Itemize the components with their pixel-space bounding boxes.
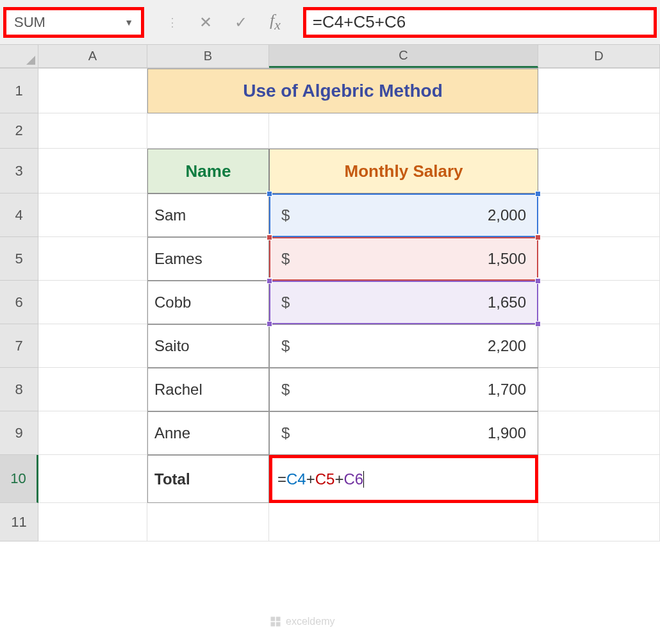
cell-c5[interactable]: $ 1,500 xyxy=(269,237,538,281)
fx-icon[interactable]: fx xyxy=(270,11,281,33)
selection-handle-icon[interactable] xyxy=(535,191,541,197)
cell-b9[interactable]: Anne xyxy=(147,411,269,455)
selection-handle-icon[interactable] xyxy=(267,191,272,197)
row-header-8[interactable]: 8 xyxy=(0,368,38,411)
cell-b4[interactable]: Sam xyxy=(147,194,269,237)
header-salary[interactable]: Monthly Salary xyxy=(269,149,538,194)
cell-b11[interactable] xyxy=(147,503,269,541)
amount-value: 2,000 xyxy=(488,206,526,224)
row-4: 4 Sam $ 2,000 xyxy=(0,194,660,237)
row-6: 6 Cobb $ 1,650 xyxy=(0,281,660,324)
cell-c9[interactable]: $ 1,900 xyxy=(269,411,538,455)
chevron-down-icon[interactable]: ▼ xyxy=(124,17,133,28)
amount-value: 1,500 xyxy=(488,250,526,268)
cell-d11[interactable] xyxy=(538,503,660,541)
cell-b5[interactable]: Eames xyxy=(147,237,269,281)
formula-plus-1: + xyxy=(306,470,315,488)
row-header-5[interactable]: 5 xyxy=(0,237,38,281)
cell-c10-formula[interactable]: =C4+C5+C6 xyxy=(269,455,538,503)
selection-handle-icon[interactable] xyxy=(267,321,272,327)
cell-c11[interactable] xyxy=(269,503,538,541)
row-header-4[interactable]: 4 xyxy=(0,194,38,237)
name-box-value: SUM xyxy=(14,14,45,31)
row-9: 9 Anne $ 1,900 xyxy=(0,411,660,455)
cell-a6[interactable] xyxy=(38,281,147,324)
text-cursor-icon xyxy=(363,471,364,488)
cell-a4[interactable] xyxy=(38,194,147,237)
selection-handle-icon[interactable] xyxy=(267,278,272,284)
cell-d10[interactable] xyxy=(538,455,660,503)
col-header-b[interactable]: B xyxy=(147,45,269,68)
row-header-7[interactable]: 7 xyxy=(0,324,38,368)
currency-symbol: $ xyxy=(281,424,290,442)
amount-value: 2,200 xyxy=(488,337,526,355)
formula-plus-2: + xyxy=(334,470,343,488)
row-header-9[interactable]: 9 xyxy=(0,411,38,455)
cell-a7[interactable] xyxy=(38,324,147,368)
row-header-1[interactable]: 1 xyxy=(0,69,38,113)
row-8: 8 Rachel $ 1,700 xyxy=(0,368,660,411)
currency-symbol: $ xyxy=(281,337,290,355)
cancel-icon[interactable]: ✕ xyxy=(199,13,212,31)
currency-symbol: $ xyxy=(281,250,290,268)
row-header-11[interactable]: 11 xyxy=(0,503,38,541)
selection-handle-icon[interactable] xyxy=(535,235,541,240)
cell-a8[interactable] xyxy=(38,368,147,411)
cell-d2[interactable] xyxy=(538,113,660,149)
row-header-2[interactable]: 2 xyxy=(0,113,38,149)
cell-a11[interactable] xyxy=(38,503,147,541)
formula-ref-c5: C5 xyxy=(315,470,335,488)
cell-d8[interactable] xyxy=(538,368,660,411)
selection-handle-icon[interactable] xyxy=(267,235,272,240)
row-5: 5 Eames $ 1,500 xyxy=(0,237,660,281)
cell-d9[interactable] xyxy=(538,411,660,455)
row-header-3[interactable]: 3 xyxy=(0,149,38,194)
formula-ref-c6: C6 xyxy=(343,470,363,488)
cell-b2[interactable] xyxy=(147,113,269,149)
cell-b6[interactable]: Cobb xyxy=(147,281,269,324)
enter-icon[interactable]: ✓ xyxy=(235,13,247,31)
formula-input-wrap[interactable]: =C4+C5+C6 xyxy=(303,7,657,38)
cell-d1[interactable] xyxy=(538,69,660,113)
cell-a10[interactable] xyxy=(38,455,147,503)
cell-c7[interactable]: $ 2,200 xyxy=(269,324,538,368)
selection-handle-icon[interactable] xyxy=(535,321,541,327)
cell-d3[interactable] xyxy=(538,149,660,194)
cell-a5[interactable] xyxy=(38,237,147,281)
formula-ref-c4: C4 xyxy=(286,470,306,488)
currency-symbol: $ xyxy=(281,293,290,311)
header-name[interactable]: Name xyxy=(147,149,269,194)
select-all-corner[interactable] xyxy=(0,45,38,68)
col-header-d[interactable]: D xyxy=(538,45,660,68)
row-10: 10 Total =C4+C5+C6 xyxy=(0,455,660,503)
row-3: 3 Name Monthly Salary xyxy=(0,149,660,194)
cell-c6[interactable]: $ 1,650 xyxy=(269,281,538,324)
formula-eq: = xyxy=(277,470,286,488)
cell-d6[interactable] xyxy=(538,281,660,324)
selection-handle-icon[interactable] xyxy=(535,278,541,284)
col-header-c[interactable]: C xyxy=(269,45,538,68)
cell-b8[interactable]: Rachel xyxy=(147,368,269,411)
cell-a1[interactable] xyxy=(38,69,147,113)
currency-symbol: $ xyxy=(281,381,290,399)
currency-symbol: $ xyxy=(281,206,290,224)
cell-b7[interactable]: Saito xyxy=(147,324,269,368)
name-box[interactable]: SUM ▼ xyxy=(3,7,144,38)
cell-d5[interactable] xyxy=(538,237,660,281)
cell-d7[interactable] xyxy=(538,324,660,368)
cell-c8[interactable]: $ 1,700 xyxy=(269,368,538,411)
cell-b10[interactable]: Total xyxy=(147,455,269,503)
formula-input[interactable]: =C4+C5+C6 xyxy=(313,12,406,32)
row-header-10[interactable]: 10 xyxy=(0,455,38,503)
cell-a9[interactable] xyxy=(38,411,147,455)
row-11: 11 xyxy=(0,503,660,541)
cell-d4[interactable] xyxy=(538,194,660,237)
row-header-6[interactable]: 6 xyxy=(0,281,38,324)
cell-c4[interactable]: $ 2,000 xyxy=(269,194,538,237)
cell-a2[interactable] xyxy=(38,113,147,149)
title-cell[interactable]: Use of Algebric Method xyxy=(147,69,538,113)
cell-c2[interactable] xyxy=(269,113,538,149)
amount-value: 1,700 xyxy=(488,381,526,399)
col-header-a[interactable]: A xyxy=(38,45,147,68)
cell-a3[interactable] xyxy=(38,149,147,194)
